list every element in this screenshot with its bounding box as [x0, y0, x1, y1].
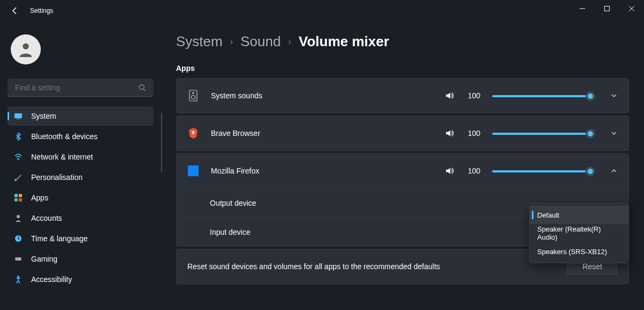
sidebar-item-label: Network & internet: [31, 153, 93, 161]
output-device-label: Output device: [210, 199, 256, 207]
maximize-button[interactable]: [595, 0, 619, 17]
minimize-button[interactable]: [570, 0, 595, 17]
svg-rect-9: [19, 198, 22, 201]
volume-slider[interactable]: [492, 128, 594, 139]
sidebar-item-label: Accounts: [31, 214, 62, 222]
search-field[interactable]: [15, 83, 138, 92]
volume-value: 100: [466, 167, 480, 175]
volume-slider[interactable]: [492, 90, 594, 101]
breadcrumb-sound[interactable]: Sound: [240, 33, 281, 50]
sidebar-item-gaming[interactable]: Gaming: [8, 249, 153, 269]
svg-rect-6: [14, 194, 18, 197]
firefox-icon: [187, 165, 199, 177]
chevron-down-icon[interactable]: [610, 129, 618, 137]
dropdown-item-realtek[interactable]: Speaker (Realtek(R) Audio): [530, 224, 628, 242]
sidebar-item-label: System: [31, 112, 56, 120]
clock-globe-icon: [14, 234, 23, 243]
sidebar-item-time[interactable]: Time & language: [8, 229, 153, 248]
search-icon: [138, 84, 146, 91]
page-title: Volume mixer: [299, 33, 390, 50]
volume-slider[interactable]: [492, 165, 594, 176]
svg-point-2: [140, 84, 144, 89]
volume-icon: [445, 128, 455, 138]
svg-point-13: [17, 276, 19, 278]
app-row-brave[interactable]: Brave Browser 100: [177, 116, 628, 150]
avatar[interactable]: [11, 34, 41, 64]
sidebar-item-bluetooth[interactable]: Bluetooth & devices: [8, 127, 153, 146]
chevron-right-icon: ›: [230, 37, 233, 47]
sidebar-item-label: Personalisation: [31, 173, 83, 182]
svg-rect-12: [15, 257, 21, 261]
sidebar-item-label: Accessibility: [31, 275, 72, 284]
sidebar-item-system[interactable]: System: [8, 106, 153, 126]
speaker-device-icon: [187, 90, 199, 102]
scroll-divider: [161, 113, 162, 172]
svg-point-15: [193, 92, 194, 94]
gamepad-icon: [14, 255, 23, 263]
bluetooth-icon: [14, 132, 23, 141]
dropdown-item-default[interactable]: Default: [530, 206, 628, 224]
app-row-system-sounds[interactable]: System sounds 100: [177, 78, 628, 113]
sidebar-item-apps[interactable]: Apps: [8, 188, 153, 207]
breadcrumb-system[interactable]: System: [176, 33, 223, 50]
svg-point-10: [17, 215, 20, 218]
sidebar-item-accounts[interactable]: Accounts: [8, 208, 153, 228]
volume-value: 100: [466, 129, 480, 138]
close-button[interactable]: [619, 0, 644, 17]
svg-point-5: [14, 179, 17, 181]
sidebar-item-personalisation[interactable]: Personalisation: [8, 168, 153, 187]
sidebar-item-label: Apps: [31, 193, 48, 202]
sidebar-item-label: Gaming: [31, 255, 57, 263]
brave-icon: [187, 127, 199, 139]
breadcrumb: System › Sound › Volume mixer: [176, 33, 629, 50]
app-name: Mozilla Firefox: [211, 167, 433, 175]
chevron-up-icon[interactable]: [610, 167, 618, 175]
chevron-down-icon[interactable]: [610, 92, 618, 99]
output-device-dropdown[interactable]: Default Speaker (Realtek(R) Audio) Speak…: [529, 203, 629, 263]
system-icon: [14, 112, 23, 120]
volume-icon: [445, 91, 455, 100]
sidebar-item-accessibility[interactable]: Accessibility: [8, 270, 153, 289]
svg-rect-0: [605, 6, 610, 11]
svg-point-16: [192, 96, 195, 99]
sidebar-item-network[interactable]: Network & internet: [8, 147, 153, 167]
app-name: System sounds: [211, 91, 433, 100]
sidebar-item-label: Bluetooth & devices: [31, 132, 98, 141]
back-icon[interactable]: [11, 6, 19, 15]
search-input[interactable]: [8, 78, 153, 97]
apps-icon: [14, 193, 23, 202]
reset-description: Reset sound devices and volumes for all …: [187, 262, 440, 271]
volume-icon: [445, 166, 455, 176]
dropdown-item-srs[interactable]: Speakers (SRS-XB12): [530, 242, 628, 261]
sidebar-item-label: Time & language: [31, 234, 87, 243]
window-title: Settings: [30, 7, 53, 15]
brush-icon: [14, 173, 23, 182]
svg-rect-4: [17, 119, 20, 119]
volume-value: 100: [466, 91, 480, 100]
app-row-firefox[interactable]: Mozilla Firefox 100: [177, 154, 628, 188]
accounts-icon: [14, 214, 23, 222]
person-icon: [17, 40, 35, 59]
section-heading: Apps: [176, 64, 629, 73]
svg-rect-3: [14, 113, 22, 118]
wifi-icon: [14, 153, 23, 161]
input-device-label: Input device: [210, 228, 251, 236]
svg-rect-7: [19, 194, 22, 197]
svg-point-1: [23, 44, 28, 49]
accessibility-icon: [14, 275, 23, 284]
chevron-right-icon: ›: [288, 37, 291, 47]
app-name: Brave Browser: [211, 129, 433, 138]
svg-rect-8: [14, 198, 18, 201]
